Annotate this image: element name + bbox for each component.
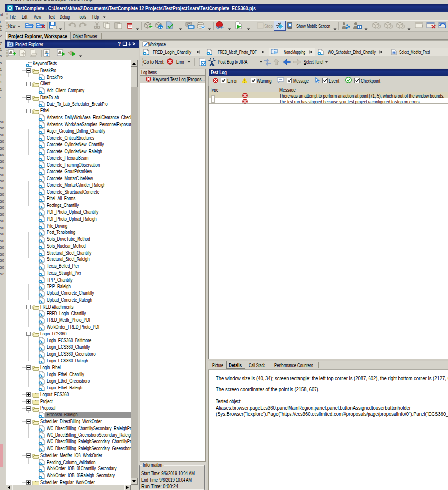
svg-text:?: ? (118, 41, 121, 46)
